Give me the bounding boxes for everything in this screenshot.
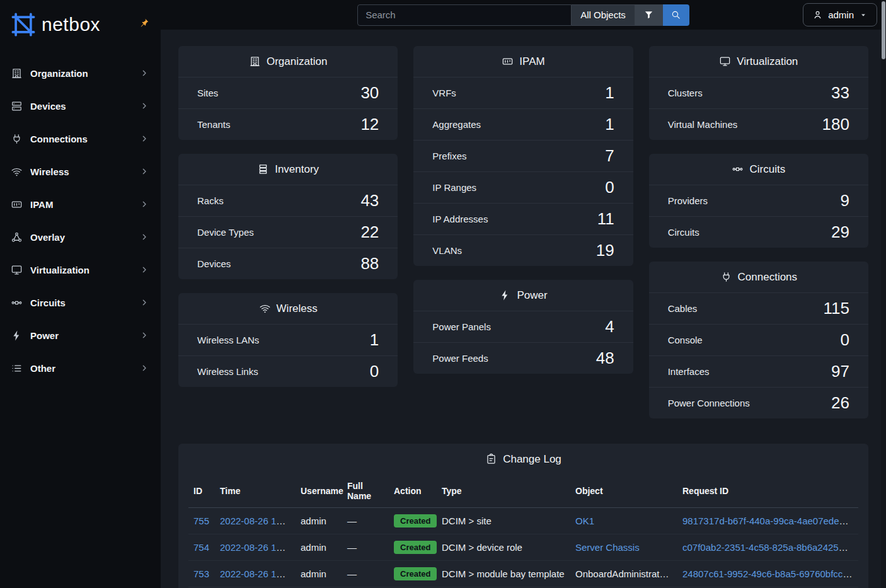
stat-link-circuits[interactable]: Circuits [668,227,699,238]
stat-link-vlans[interactable]: VLANs [432,245,462,256]
object-type-dropdown[interactable]: All Objects [572,4,635,26]
sidebar-item-connections[interactable]: Connections [0,122,161,155]
sidebar-item-overlay[interactable]: Overlay [0,221,161,253]
col-username[interactable]: Username [296,475,342,508]
sidebar-item-virtualization[interactable]: Virtualization [0,253,161,286]
sidebar-item-label: Circuits [30,297,139,308]
changelog-time-link[interactable]: 2022-08-26 14:15 [220,568,294,579]
circuits-card: Circuits Providers 9 Circuits 29 [649,154,868,248]
col-action[interactable]: Action [389,475,437,508]
scrollbar-track[interactable] [881,0,886,588]
netbox-logo-icon[interactable] [10,11,37,38]
pin-icon[interactable] [139,18,149,28]
col-id[interactable]: ID [188,475,215,508]
changelog-id-link[interactable]: 755 [193,516,209,526]
filter-icon [643,9,654,20]
stat-value: 12 [360,115,379,134]
power-card-header: Power [413,280,633,311]
sidebar-item-power[interactable]: Power [0,319,161,352]
stat-value: 43 [360,191,379,210]
virtualization-card-header: Virtualization [649,46,868,77]
user-menu-button[interactable]: admin [803,3,877,26]
connections-card-header: Connections [649,262,868,292]
stat-link-clusters[interactable]: Clusters [668,88,703,98]
stat-row: Clusters 33 [649,77,868,108]
lightning-bolt-icon [11,330,23,342]
user-label: admin [828,9,854,20]
stat-link-power-panels[interactable]: Power Panels [432,321,491,332]
brand-wordmark[interactable]: netbox [42,14,100,35]
stat-value: 4 [605,317,614,337]
chevron-right-icon [139,134,149,144]
server-icon [11,100,23,112]
changelog-object-link[interactable]: Server Chassis [575,542,640,553]
circuits-card-header: Circuits [649,154,868,185]
transit-icon [11,297,23,309]
caret-down-icon [859,11,868,20]
sidebar-item-circuits[interactable]: Circuits [0,286,161,319]
inventory-card-header: Inventory [178,154,398,185]
filter-button[interactable] [635,4,663,26]
stat-link-sites[interactable]: Sites [197,88,218,98]
stat-link-prefixes[interactable]: Prefixes [432,151,466,161]
stat-link-wireless-links[interactable]: Wireless Links [197,366,258,377]
sidebar-item-label: Virtualization [30,265,139,275]
search-input[interactable] [357,4,572,26]
stat-link-cables[interactable]: Cables [668,303,698,314]
sidebar-item-other[interactable]: Other [0,352,161,384]
wireless-card-header: Wireless [178,293,398,324]
changelog-request-id-link[interactable]: 9817317d-b67f-440a-99ca-4ae07ede94df [682,516,858,526]
sidebar-item-label: Other [30,363,139,374]
stat-link-tenants[interactable]: Tenants [197,119,231,130]
stat-link-interfaces[interactable]: Interfaces [668,366,710,377]
card-title: Change Log [503,453,561,466]
stat-link-console[interactable]: Console [668,335,703,345]
stat-row: Device Types 22 [178,216,398,248]
sidebar-item-label: IPAM [30,199,139,210]
stat-link-aggregates[interactable]: Aggregates [432,119,481,130]
sidebar-item-ipam[interactable]: IPAM [0,188,161,221]
stat-link-wireless-lans[interactable]: Wireless LANs [197,335,259,345]
chevron-right-icon [139,101,149,111]
person-icon [812,9,823,20]
changelog-time-link[interactable]: 2022-08-26 14:17 [220,542,294,553]
stat-link-virtual-machines[interactable]: Virtual Machines [668,119,738,130]
col-type[interactable]: Type [437,475,570,508]
stat-link-device-types[interactable]: Device Types [197,227,254,238]
changelog-request-id-link[interactable]: 24807c61-9952-49c6-b8a5-69760bfcc4b3 [682,568,858,579]
monitor-icon [719,55,731,67]
sidebar-item-wireless[interactable]: Wireless [0,155,161,188]
changelog-type: DCIM > site [442,516,492,526]
changelog-object-link[interactable]: OK1 [575,516,594,526]
col-request-id[interactable]: Request ID [677,475,858,508]
sidebar-item-devices[interactable]: Devices [0,89,161,122]
stat-link-ip-ranges[interactable]: IP Ranges [432,182,476,193]
stat-link-providers[interactable]: Providers [668,195,708,206]
card-title: Inventory [275,163,319,176]
search-submit-button[interactable] [663,4,689,26]
virtualization-card: Virtualization Clusters 33 Virtual Machi… [649,46,868,140]
stat-link-devices[interactable]: Devices [197,258,231,269]
stat-link-racks[interactable]: Racks [197,195,224,206]
topbar: All Objects admin [161,0,886,30]
changelog-request-id-link[interactable]: c07f0ab2-2351-4c58-825a-8b6a2425a1ab [682,542,858,553]
stat-value: 48 [596,349,614,368]
changelog-id-link[interactable]: 754 [193,542,209,553]
scrollbar-thumb[interactable] [882,1,885,59]
changelog-time-link[interactable]: 2022-08-26 14:22 [220,516,294,526]
power-card: Power Power Panels 4 Power Feeds 48 [413,280,633,374]
changelog-id-link[interactable]: 753 [193,568,209,579]
col-time[interactable]: Time [215,475,296,508]
col-full-name[interactable]: Full Name [342,475,389,508]
col-object[interactable]: Object [570,475,677,508]
lightning-bolt-icon [499,289,511,301]
cable-icon [11,133,23,145]
stat-value: 7 [605,146,614,166]
stat-link-ip-addresses[interactable]: IP Addresses [432,214,488,224]
changelog-full-name: — [347,516,357,526]
stat-value: 9 [841,191,849,210]
stat-link-power-connections[interactable]: Power Connections [668,398,750,408]
sidebar-item-organization[interactable]: Organization [0,57,161,89]
stat-link-power-feeds[interactable]: Power Feeds [432,353,488,364]
stat-link-vrfs[interactable]: VRFs [432,88,456,98]
